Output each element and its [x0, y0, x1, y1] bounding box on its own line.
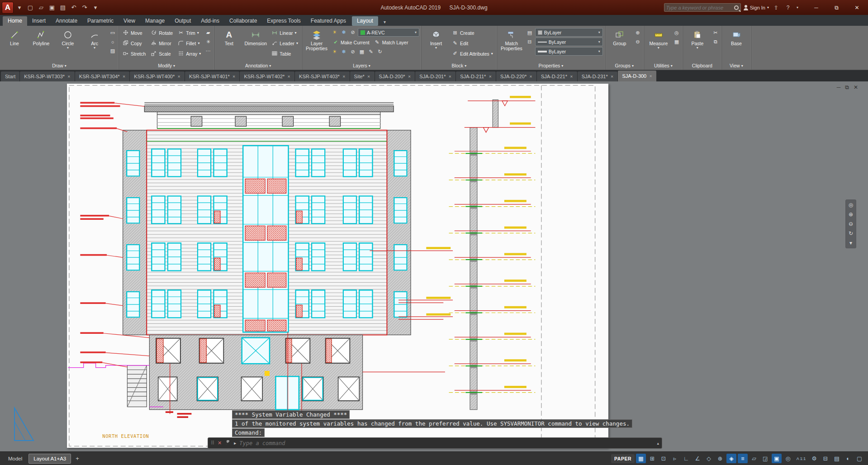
- doc-tab[interactable]: KSR-SJP-WT400*✕: [130, 71, 185, 81]
- save-file-icon[interactable]: ▣: [47, 3, 57, 13]
- doc-tab[interactable]: SJA-D-231*✕: [578, 71, 618, 81]
- trim-button[interactable]: ✂ Trim ▾: [176, 28, 203, 38]
- ribbon-tab-output[interactable]: Output: [170, 16, 196, 26]
- ribbon-tab-express-tools[interactable]: Express Tools: [262, 16, 305, 26]
- zoom-out-icon[interactable]: ⊖: [849, 221, 853, 227]
- layer-off-icon[interactable]: ⊘: [349, 48, 357, 56]
- panel-label-groups[interactable]: Groups ▾: [605, 62, 644, 70]
- infer-constraints-icon[interactable]: ⊡: [659, 454, 669, 463]
- doc-tab-start[interactable]: Start: [1, 71, 19, 81]
- doc-tab[interactable]: KSR-SJP-WT304*✕: [75, 71, 130, 81]
- annotation-visibility-icon[interactable]: ▣: [772, 454, 782, 463]
- isolate-objects-icon[interactable]: ◐: [843, 454, 853, 463]
- object-snap-icon[interactable]: ◈: [726, 454, 736, 463]
- annotation-monitor-icon[interactable]: ⊟: [821, 454, 830, 463]
- copy-clip-icon[interactable]: ⧉: [711, 38, 720, 46]
- group-add-icon[interactable]: ⊕: [634, 29, 642, 37]
- object-color-combo[interactable]: ByLayer ▾: [535, 28, 603, 37]
- layer-combo[interactable]: A-REVC ▾: [358, 28, 419, 37]
- ortho-toggle-icon[interactable]: ∟: [681, 454, 691, 463]
- scale-button[interactable]: Scale: [149, 49, 175, 58]
- ribbon-tab-home[interactable]: Home: [3, 16, 27, 26]
- modify-more-icon[interactable]: ⋯: [204, 47, 212, 55]
- share-icon[interactable]: ⇪: [772, 5, 781, 11]
- elevation-drawing[interactable]: NORTH ELEVATION: [67, 84, 608, 448]
- fillet-button[interactable]: Fillet ▾: [176, 38, 203, 48]
- make-current-button[interactable]: ✔ Make Current: [331, 38, 371, 47]
- linetype-combo[interactable]: ByLayer ▾: [535, 38, 603, 46]
- circle-button[interactable]: Circle ▾: [55, 27, 81, 62]
- panel-label-annotation[interactable]: Annotation ▾: [214, 62, 302, 70]
- signin-button[interactable]: Sign In ▾: [744, 5, 769, 10]
- create-block-button[interactable]: ⊞ Create: [450, 28, 495, 38]
- layer-restore-icon[interactable]: ↻: [376, 48, 384, 56]
- array-button[interactable]: Array ▾: [176, 49, 203, 58]
- doc-tab[interactable]: SJA-D-211*✕: [456, 71, 496, 81]
- new-layout-button[interactable]: +: [73, 455, 82, 462]
- group-button[interactable]: Group: [607, 27, 632, 62]
- panel-label-modify[interactable]: Modify ▾: [119, 62, 214, 70]
- ribbon-tab-parametric[interactable]: Parametric: [82, 16, 119, 26]
- match-layer-button[interactable]: ✎ Match Layer: [372, 38, 410, 47]
- tab-close-icon[interactable]: ✕: [123, 75, 126, 79]
- navbar-more-icon[interactable]: ▾: [849, 240, 852, 246]
- zoom-in-icon[interactable]: ⊕: [849, 211, 853, 218]
- match-properties-button[interactable]: Match Properties: [499, 27, 524, 62]
- explode-icon[interactable]: ✳: [204, 38, 212, 46]
- text-button[interactable]: A Text: [216, 27, 242, 62]
- plot-icon[interactable]: ▤: [58, 3, 68, 13]
- layer-edit-icon[interactable]: ✎: [367, 48, 375, 56]
- panel-label-draw[interactable]: Draw ▾: [0, 62, 119, 70]
- layer-unisolate-icon[interactable]: ❄: [340, 48, 348, 56]
- linear-button[interactable]: Linear ▾: [270, 28, 300, 38]
- polyline-button[interactable]: Polyline: [28, 27, 54, 62]
- tab-close-icon[interactable]: ✕: [342, 75, 346, 79]
- tab-close-icon[interactable]: ✕: [570, 75, 573, 79]
- panel-label-properties[interactable]: Properties ▾: [497, 62, 605, 70]
- layout-tab[interactable]: Layout A1+A3: [28, 454, 71, 464]
- object-snap-tracking-icon[interactable]: ⊕: [715, 454, 725, 463]
- help-icon[interactable]: ?: [783, 5, 792, 11]
- selection-cycling-icon[interactable]: ◲: [760, 454, 770, 463]
- tab-close-icon[interactable]: ✕: [177, 75, 180, 79]
- paper-sheet[interactable]: NORTH ELEVATION: [67, 84, 608, 448]
- app-menu-caret-icon[interactable]: ▾: [14, 3, 24, 13]
- doc-tab[interactable]: KSR-SJP-WT402*✕: [240, 71, 294, 81]
- insert-block-button[interactable]: Insert ▾: [423, 27, 449, 62]
- tab-close-icon[interactable]: ✕: [448, 75, 451, 79]
- panel-label-view[interactable]: View ▾: [722, 62, 751, 70]
- ribbon-tab-view[interactable]: View: [119, 16, 140, 26]
- panel-label-block[interactable]: Block ▾: [422, 62, 497, 70]
- clean-screen-icon[interactable]: ▢: [854, 454, 864, 463]
- stretch-button[interactable]: Stretch: [121, 49, 147, 58]
- drawing-canvas[interactable]: ─ ⧉ ✕: [0, 81, 868, 451]
- lineweight-toggle-icon[interactable]: ≡: [738, 454, 748, 463]
- id-point-icon[interactable]: ◎: [673, 29, 681, 37]
- layer-on-icon[interactable]: ☀: [331, 28, 339, 36]
- viewport-close-icon[interactable]: ✕: [854, 84, 858, 90]
- ribbon-tab-layout[interactable]: Layout: [352, 16, 378, 26]
- autoscale-icon[interactable]: ◎: [783, 454, 793, 463]
- ellipse-tool-icon[interactable]: ○: [109, 38, 117, 46]
- doc-tab[interactable]: SJA-D-221*✕: [537, 71, 577, 81]
- doc-tab[interactable]: SJA-D-201*✕: [415, 71, 455, 81]
- table-button[interactable]: Table: [270, 49, 300, 58]
- undo-icon[interactable]: ↶: [69, 3, 79, 13]
- ribbon-tab-insert[interactable]: Insert: [27, 16, 51, 26]
- redo-icon[interactable]: ↷: [80, 3, 90, 13]
- close-window-icon[interactable]: ✕: [847, 0, 867, 15]
- doc-tab-active[interactable]: SJA-D-300✕: [618, 71, 656, 81]
- move-button[interactable]: Move: [121, 28, 147, 38]
- doc-tab[interactable]: KSR-SJP-WT403*✕: [295, 71, 350, 81]
- panel-label-layers[interactable]: Layers ▾: [302, 62, 421, 70]
- hatch-tool-icon[interactable]: ▨: [109, 47, 117, 55]
- layer-lock-icon[interactable]: ⊘: [349, 28, 357, 36]
- tab-close-icon[interactable]: ✕: [529, 75, 532, 79]
- viewport-restore-icon[interactable]: ⧉: [845, 84, 849, 90]
- line-button[interactable]: Line: [2, 27, 27, 62]
- cut-icon[interactable]: ✂: [711, 29, 720, 37]
- qat-customize-caret-icon[interactable]: ▾: [90, 3, 100, 13]
- properties-toggle-icon[interactable]: ⊟: [526, 38, 534, 46]
- panel-label-utilities[interactable]: Utilities ▾: [644, 62, 683, 70]
- viewport-minimize-icon[interactable]: ─: [837, 84, 841, 90]
